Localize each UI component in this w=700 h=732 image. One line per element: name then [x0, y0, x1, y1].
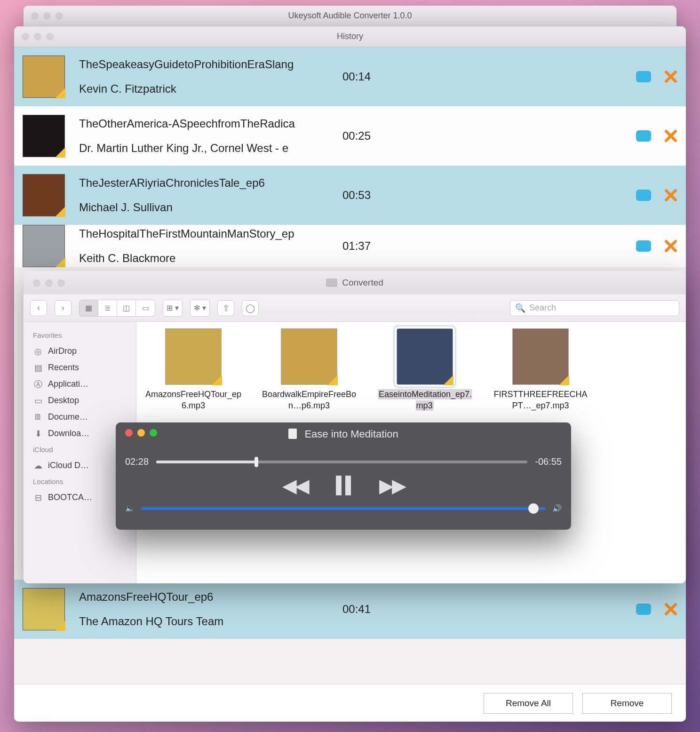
finder-search[interactable]: 🔍 Search — [510, 300, 679, 316]
pause-button[interactable] — [336, 476, 351, 495]
history-row[interactable]: TheHospitalTheFirstMountainManStory_epKe… — [14, 225, 686, 267]
track-title: TheJesterARiyriaChroniclesTale_ep6 — [79, 176, 333, 190]
finder-traffic-lights[interactable] — [33, 279, 65, 287]
sidebar-item-icon: 🗎 — [33, 413, 43, 422]
sidebar-item-label: Desktop — [48, 396, 79, 406]
history-titlebar: History — [14, 26, 686, 47]
column-view-button[interactable]: ◫ — [117, 300, 136, 316]
delete-icon[interactable] — [663, 129, 677, 143]
gallery-view-button[interactable]: ▭ — [136, 300, 155, 316]
cover-art — [23, 56, 65, 98]
volume-low-icon: 🔈 — [125, 504, 135, 513]
delete-icon[interactable] — [663, 188, 677, 202]
player-window: Ease into Meditation 02:28 -06:55 ◀◀ ▶▶ … — [116, 422, 571, 530]
remove-all-button[interactable]: Remove All — [484, 693, 573, 714]
file-name: AmazonsFreeHQTour_ep6.mp3 — [144, 389, 243, 411]
track-author: The Amazon HQ Tours Team — [79, 615, 333, 628]
player-title-row: Ease into Meditation — [116, 427, 571, 440]
icon-view-button[interactable]: ▦ — [80, 300, 98, 316]
search-placeholder: Search — [529, 303, 556, 313]
sidebar-item-icon: ⬇ — [33, 430, 43, 438]
history-traffic-lights[interactable] — [22, 33, 54, 40]
file-item[interactable]: AmazonsFreeHQTour_ep6.mp3 — [144, 328, 243, 411]
folder-icon — [326, 278, 337, 287]
reveal-folder-icon[interactable] — [636, 71, 651, 82]
sidebar-item-label: Docume… — [48, 412, 88, 422]
elapsed-time: 02:28 — [125, 456, 149, 467]
sidebar-item[interactable]: ⒶApplicati… — [24, 376, 136, 392]
rewind-button[interactable]: ◀◀ — [282, 475, 308, 496]
file-item[interactable]: EaseintoMeditation_ep7.mp3 — [375, 328, 474, 411]
sidebar-item-label: AirDrop — [48, 346, 77, 356]
track-title: TheSpeakeasyGuidetoProhibitionEraSlang — [79, 58, 333, 71]
nav-back-button[interactable]: ‹ — [30, 300, 47, 316]
delete-icon[interactable] — [663, 239, 677, 253]
finder-titlebar: Converted — [24, 271, 686, 294]
file-thumbnail — [512, 328, 569, 385]
history-title: History — [337, 32, 363, 41]
file-name: FIRSTTHREEFREECHAPT…_ep7.mp3 — [491, 389, 590, 411]
volume-track[interactable] — [141, 507, 546, 510]
track-title: TheHospitalTheFirstMountainManStory_ep — [79, 227, 333, 240]
history-row[interactable]: TheJesterARiyriaChroniclesTale_ep6Michae… — [14, 166, 686, 225]
file-item[interactable]: BoardwalkEmpireFreeBon…p6.mp3 — [260, 328, 358, 411]
file-item[interactable]: FIRSTTHREEFREECHAPT…_ep7.mp3 — [491, 328, 590, 411]
finder-toolbar: ‹ › ▦ ≣ ◫ ▭ ⊞ ▾ ✻ ▾ ⇪ ◯ 🔍 Search — [24, 294, 686, 322]
list-view-button[interactable]: ≣ — [98, 300, 117, 316]
action-menu-button[interactable]: ✻ ▾ — [191, 300, 209, 316]
file-thumbnail — [165, 328, 222, 385]
cover-art — [23, 115, 65, 157]
reveal-folder-icon[interactable] — [636, 130, 651, 142]
main-titlebar: Ukeysoft Audible Converter 1.0.0 — [24, 6, 676, 26]
track-title: TheOtherAmerica-ASpeechfromTheRadica — [79, 117, 333, 130]
player-controls: ◀◀ ▶▶ — [125, 475, 562, 496]
history-row[interactable]: TheSpeakeasyGuidetoProhibitionEraSlangKe… — [14, 47, 686, 106]
share-button[interactable]: ⇪ — [217, 300, 234, 316]
delete-icon[interactable] — [663, 70, 677, 84]
sidebar-item-label: BOOTCA… — [48, 493, 92, 502]
track-author: Dr. Martin Luther King Jr., Cornel West … — [79, 142, 333, 155]
track-author: Keith C. Blackmore — [79, 252, 333, 265]
action-segment[interactable]: ✻ ▾ — [190, 300, 210, 317]
seek-track[interactable] — [156, 461, 527, 463]
sidebar-item[interactable]: ▭Desktop — [24, 392, 136, 409]
file-name: EaseintoMeditation_ep7.mp3 — [375, 389, 474, 411]
file-thumbnail — [281, 328, 337, 385]
sidebar-item[interactable]: ◎AirDrop — [24, 343, 136, 359]
history-row[interactable]: AmazonsFreeHQTour_ep6The Amazon HQ Tours… — [14, 580, 686, 639]
group-by-button[interactable]: ⊞ ▾ — [163, 300, 182, 316]
track-duration: 00:14 — [342, 70, 380, 83]
sidebar-item-label: Applicati… — [48, 379, 88, 389]
track-title: AmazonsFreeHQTour_ep6 — [79, 590, 333, 604]
sidebar-item-icon: ⊟ — [33, 493, 43, 502]
sidebar-item-icon: ◎ — [33, 347, 43, 356]
remove-button[interactable]: Remove — [582, 693, 672, 714]
delete-icon[interactable] — [663, 602, 677, 616]
sidebar-item[interactable]: ▤Recents — [24, 359, 136, 376]
sidebar-section-header: Favorites — [24, 327, 136, 343]
track-duration: 00:25 — [342, 129, 380, 143]
view-mode-segment[interactable]: ▦ ≣ ◫ ▭ — [79, 300, 155, 317]
main-traffic-lights[interactable] — [31, 12, 63, 20]
forward-button[interactable]: ▶▶ — [379, 475, 405, 496]
sidebar-item-label: Recents — [48, 363, 79, 373]
reveal-folder-icon[interactable] — [636, 240, 651, 252]
sidebar-item-icon: ☁ — [33, 461, 43, 470]
track-author: Kevin C. Fitzpatrick — [79, 82, 333, 95]
track-duration: 00:41 — [342, 603, 380, 616]
history-row[interactable]: TheOtherAmerica-ASpeechfromTheRadicaDr. … — [14, 106, 686, 166]
track-duration: 01:37 — [342, 239, 380, 253]
reveal-folder-icon[interactable] — [636, 604, 651, 615]
file-thumbnail — [397, 328, 453, 385]
cover-art — [23, 174, 65, 216]
main-title: Ukeysoft Audible Converter 1.0.0 — [288, 11, 412, 21]
player-title: Ease into Meditation — [304, 428, 398, 440]
reveal-folder-icon[interactable] — [636, 190, 651, 201]
sidebar-item-label: iCloud D… — [48, 461, 89, 470]
nav-forward-button[interactable]: › — [55, 300, 72, 316]
player-timeline: 02:28 -06:55 — [125, 456, 562, 467]
sidebar-item-label: Downloa… — [48, 429, 89, 438]
tags-button[interactable]: ◯ — [242, 300, 259, 316]
track-author: Michael J. Sullivan — [79, 201, 333, 214]
arrange-segment[interactable]: ⊞ ▾ — [163, 300, 183, 317]
